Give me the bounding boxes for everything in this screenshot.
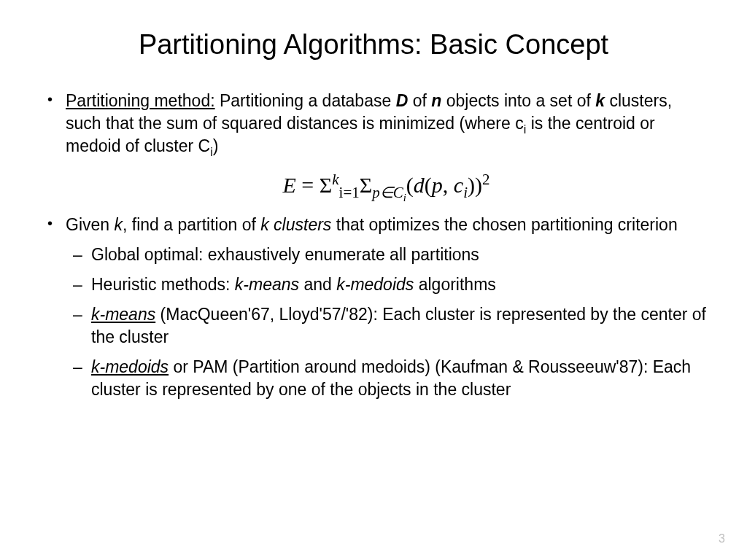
slide: Partitioning Algorithms: Basic Concept P… bbox=[0, 0, 747, 560]
slide-title: Partitioning Algorithms: Basic Concept bbox=[40, 29, 707, 61]
bullet-list: Partitioning method: Partitioning a data… bbox=[40, 90, 707, 401]
lead-label: Partitioning method: bbox=[66, 91, 215, 110]
sub-kmedoids: k-medoids or PAM (Partition around medoi… bbox=[66, 356, 707, 401]
sub-bullet-list: Global optimal: exhaustively enumerate a… bbox=[66, 244, 707, 401]
page-number: 3 bbox=[719, 532, 725, 545]
sub-heuristic: Heuristic methods: k-means and k-medoids… bbox=[66, 273, 707, 296]
bullet-given-k: Given k, find a partition of k clusters … bbox=[40, 214, 707, 401]
formula: E = Σki=1Σp∈Ci(d(p, ci))2 bbox=[66, 171, 707, 201]
sub-global-optimal: Global optimal: exhaustively enumerate a… bbox=[66, 244, 707, 266]
bullet-partitioning-method: Partitioning method: Partitioning a data… bbox=[40, 90, 707, 201]
sub-kmeans: k-means (MacQueen'67, Lloyd'57/'82): Eac… bbox=[66, 303, 707, 349]
slide-content: Partitioning method: Partitioning a data… bbox=[40, 90, 707, 401]
